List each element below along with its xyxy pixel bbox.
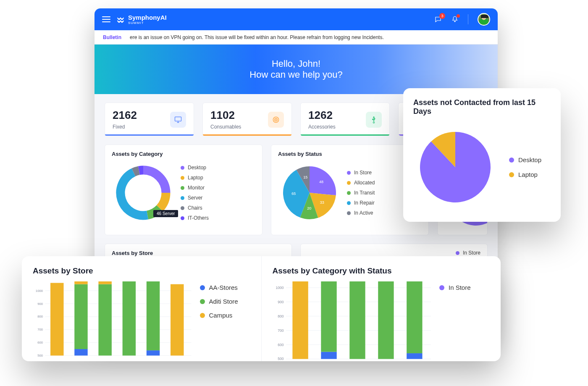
svg-rect-24 bbox=[74, 281, 87, 284]
panel-title: Assets by Store bbox=[33, 266, 250, 276]
svg-rect-53 bbox=[407, 353, 422, 359]
svg-text:700: 700 bbox=[278, 328, 284, 333]
svg-text:800: 800 bbox=[278, 314, 284, 318]
svg-rect-54 bbox=[407, 281, 422, 353]
brand-logo-icon bbox=[116, 15, 125, 24]
svg-rect-21 bbox=[50, 283, 63, 356]
svg-text:900: 900 bbox=[278, 300, 284, 304]
overlay-title: Assets not Contacted from last 15 Days bbox=[413, 98, 551, 116]
legend-item: In Store bbox=[456, 250, 480, 256]
app-header: SymphonyAI SUMMIT 3 bbox=[94, 8, 498, 30]
svg-text:15: 15 bbox=[303, 175, 307, 179]
svg-rect-26 bbox=[98, 281, 111, 284]
svg-rect-32 bbox=[171, 284, 184, 356]
hero-subtitle: How can we help you? bbox=[249, 69, 342, 80]
svg-text:48: 48 bbox=[319, 180, 323, 184]
svg-rect-47 bbox=[321, 281, 336, 352]
svg-text:900: 900 bbox=[37, 302, 43, 306]
chart-tooltip: 46 Server bbox=[153, 210, 178, 217]
kpi-value: 2162 bbox=[113, 110, 137, 121]
target-icon bbox=[268, 112, 284, 128]
overlay-assets-not-contacted: Assets not Contacted from last 15 Days D… bbox=[403, 88, 561, 222]
svg-text:600: 600 bbox=[37, 341, 43, 344]
panel-title: Assets by Category with Status bbox=[273, 266, 490, 276]
legend-item: In Store bbox=[439, 284, 490, 291]
chart-legend: In Store bbox=[456, 250, 480, 256]
legend-item: In Transit bbox=[347, 190, 375, 196]
kpi-value: 1262 bbox=[308, 110, 336, 121]
legend-item: Monitor bbox=[181, 185, 209, 191]
pie-chart[interactable] bbox=[413, 125, 497, 209]
legend-item: In Store bbox=[347, 170, 375, 176]
chart-legend: In StoreAllocatedIn TransitIn RepairIn A… bbox=[347, 170, 375, 216]
svg-rect-22 bbox=[74, 349, 87, 355]
panel-assets-by-store-large: Assets by Store 5006007008009001000 AA-S… bbox=[22, 256, 261, 361]
svg-rect-46 bbox=[321, 352, 336, 359]
kpi-label: Fixed bbox=[113, 124, 137, 130]
bulletin-bar: Bulletin ere is an issue on VPN going on… bbox=[94, 30, 498, 45]
svg-text:500: 500 bbox=[37, 354, 43, 357]
kpi-card-accessories[interactable]: 1262 Accessories bbox=[300, 102, 390, 136]
legend-item: IT-Others bbox=[181, 215, 209, 221]
svg-rect-49 bbox=[349, 281, 365, 359]
kpi-value: 1102 bbox=[210, 110, 241, 121]
brand-subtitle: SUMMIT bbox=[128, 21, 167, 25]
legend-item: In Active bbox=[347, 210, 375, 216]
svg-rect-0 bbox=[175, 117, 181, 121]
usb-icon bbox=[366, 112, 382, 128]
chart-legend: AA-StoresAditi StoreCampus bbox=[200, 281, 250, 361]
svg-text:1000: 1000 bbox=[36, 289, 43, 293]
legend-item: AA-Stores bbox=[200, 284, 250, 291]
panel-assets-by-category: Assets by Category DesktopLaptopMonitorS… bbox=[105, 144, 262, 235]
alert-dot bbox=[457, 14, 460, 18]
panel-assets-by-category-with-status: Assets by Category with Status 500600700… bbox=[261, 256, 501, 361]
chat-notifications-button[interactable]: 3 bbox=[434, 16, 442, 23]
legend-item: Campus bbox=[200, 312, 250, 319]
menu-icon[interactable] bbox=[102, 16, 110, 22]
svg-text:20: 20 bbox=[307, 206, 311, 210]
kpi-label: Accessories bbox=[308, 124, 336, 130]
svg-text:65: 65 bbox=[291, 192, 296, 196]
hero-greeting: Hello, John! bbox=[272, 58, 320, 69]
kpi-card-fixed[interactable]: 2162 Fixed bbox=[105, 102, 194, 136]
alerts-button[interactable] bbox=[451, 16, 459, 23]
svg-text:1000: 1000 bbox=[276, 286, 284, 290]
legend-item: Aditi Store bbox=[200, 298, 250, 305]
svg-text:500: 500 bbox=[278, 357, 284, 361]
svg-rect-25 bbox=[98, 284, 111, 356]
divider bbox=[468, 14, 468, 24]
legend-item: Desktop bbox=[509, 156, 541, 163]
legend-item: Allocated bbox=[347, 180, 375, 186]
svg-text:600: 600 bbox=[278, 343, 284, 347]
user-avatar[interactable] bbox=[478, 13, 490, 26]
monitor-icon bbox=[170, 112, 186, 128]
legend-item: Laptop bbox=[509, 171, 541, 178]
bar-chart[interactable]: 5006007008009001000 bbox=[33, 281, 192, 361]
bar-chart[interactable]: 5006007008009001000 bbox=[273, 281, 431, 361]
kpi-label: Consumables bbox=[210, 124, 241, 130]
panel-title: Assets by Status bbox=[278, 151, 422, 157]
notification-badge: 3 bbox=[439, 13, 445, 19]
legend-item: Server bbox=[181, 195, 209, 201]
svg-rect-51 bbox=[378, 281, 394, 359]
svg-text:700: 700 bbox=[37, 328, 43, 331]
legend-item: In Repair bbox=[347, 200, 375, 206]
kpi-card-consumables[interactable]: 1102 Consumables bbox=[202, 102, 292, 136]
chart-legend: DesktopLaptopMonitorServerChairsIT-Other… bbox=[181, 165, 209, 221]
svg-rect-45 bbox=[292, 281, 308, 359]
bulletin-label: Bulletin bbox=[103, 34, 121, 40]
panel-title: Assets by Store bbox=[112, 250, 285, 256]
svg-rect-27 bbox=[123, 281, 136, 356]
svg-rect-30 bbox=[147, 281, 160, 350]
chart-legend: In Store bbox=[439, 281, 490, 361]
brand[interactable]: SymphonyAI SUMMIT bbox=[116, 14, 167, 25]
svg-text:33: 33 bbox=[320, 200, 324, 205]
svg-rect-29 bbox=[147, 350, 160, 355]
panel-title: Assets by Category bbox=[112, 151, 255, 157]
legend-item: Desktop bbox=[181, 165, 209, 171]
legend-item: Chairs bbox=[181, 205, 209, 211]
svg-point-3 bbox=[276, 119, 277, 121]
hero-banner: Hello, John! How can we help you? bbox=[94, 45, 498, 94]
pie-chart[interactable]: 4833206515 bbox=[278, 161, 341, 224]
svg-rect-23 bbox=[74, 284, 87, 349]
